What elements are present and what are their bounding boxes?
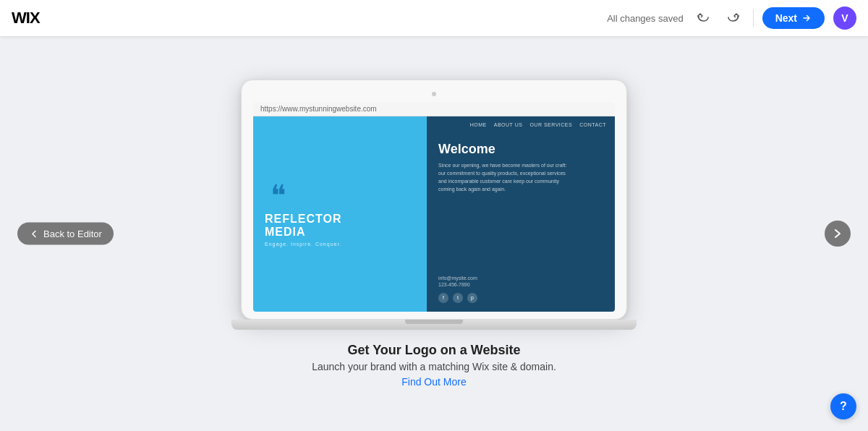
site-nav: HOME ABOUT US OUR SERVICES CONTACT xyxy=(427,116,615,133)
divider xyxy=(753,9,754,27)
main-area: Back to Editor https://www.mystunningweb… xyxy=(0,36,868,431)
laptop-frame: https://www.mystunningwebsite.com ❝ REFL… xyxy=(241,80,627,320)
nav-contact: CONTACT xyxy=(579,122,606,127)
site-description: Since our opening, we have become master… xyxy=(438,161,569,194)
promo-title: Get Your Logo on a Website xyxy=(312,343,556,358)
brand-name: REFLECTORMEDIA xyxy=(265,213,415,238)
browser-bar: https://www.mystunningwebsite.com xyxy=(253,102,615,116)
nav-home: HOME xyxy=(470,122,487,127)
next-arrow-button[interactable] xyxy=(825,221,851,247)
redo-button[interactable] xyxy=(723,9,744,27)
saved-status: All changes saved xyxy=(607,13,684,24)
topbar: WIX All changes saved Next V xyxy=(0,0,868,36)
nav-services: OUR SERVICES xyxy=(529,122,572,127)
pinterest-icon: p xyxy=(467,293,477,303)
site-contact: info@mysite.com 123-456-7890 f t p xyxy=(438,276,603,303)
undo-button[interactable] xyxy=(692,9,714,27)
site-content: ❝ REFLECTORMEDIA Engage. Inspire. Conque… xyxy=(253,116,615,312)
promo-subtitle: Launch your brand with a matching Wix si… xyxy=(312,361,556,372)
site-right-panel: HOME ABOUT US OUR SERVICES CONTACT Welco… xyxy=(427,116,615,312)
topbar-left: WIX xyxy=(12,9,40,27)
help-button[interactable]: ? xyxy=(830,393,856,419)
camera-dot xyxy=(432,92,436,96)
topbar-right: All changes saved Next V xyxy=(607,7,856,30)
back-to-editor-button[interactable]: Back to Editor xyxy=(17,223,114,245)
preview-container: https://www.mystunningwebsite.com ❝ REFL… xyxy=(231,80,637,388)
site-phone: 123-456-7890 xyxy=(438,282,603,287)
brand-tagline: Engage. Inspire. Conquer. xyxy=(265,242,415,247)
facebook-icon: f xyxy=(438,293,448,303)
wix-logo: WIX xyxy=(12,9,40,27)
browser-url: https://www.mystunningwebsite.com xyxy=(260,105,608,113)
site-left-panel: ❝ REFLECTORMEDIA Engage. Inspire. Conque… xyxy=(253,116,427,312)
find-out-more-link[interactable]: Find Out More xyxy=(401,376,466,388)
twitter-icon: t xyxy=(453,293,463,303)
avatar[interactable]: V xyxy=(833,7,856,30)
site-social-icons: f t p xyxy=(438,293,603,303)
next-button[interactable]: Next xyxy=(762,7,825,29)
quote-marks: ❝ xyxy=(271,181,415,210)
laptop-screen: https://www.mystunningwebsite.com ❝ REFL… xyxy=(253,102,615,312)
laptop-base xyxy=(231,320,637,330)
nav-about: ABOUT US xyxy=(494,122,523,127)
laptop-hinge xyxy=(405,320,463,324)
bottom-promo: Get Your Logo on a Website Launch your b… xyxy=(312,343,556,388)
site-body: Welcome Since our opening, we have becom… xyxy=(427,133,615,312)
site-welcome-heading: Welcome xyxy=(438,142,603,157)
site-email: info@mysite.com xyxy=(438,276,603,281)
